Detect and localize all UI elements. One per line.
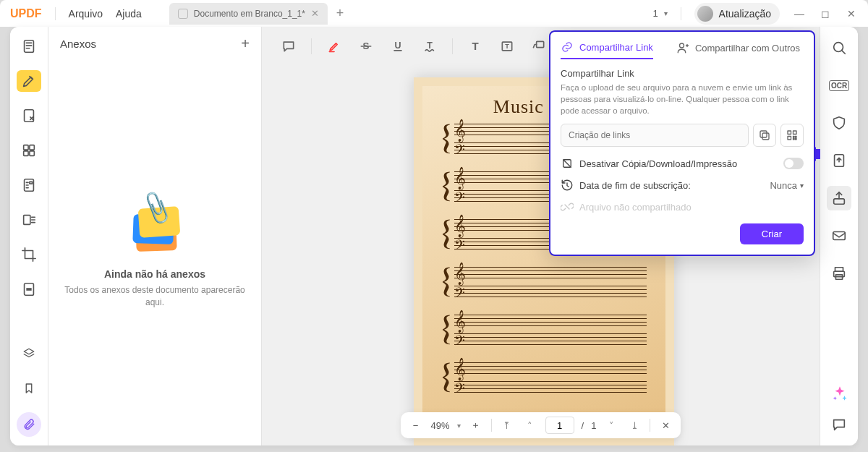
strikethrough-icon: S bbox=[359, 39, 373, 54]
menubar: UPDF Arquivo Ajuda Documento em Branco_1… bbox=[0, 0, 868, 27]
empty-title: Ainda não há anexos bbox=[104, 268, 205, 280]
chevron-down-icon: ▾ bbox=[800, 182, 804, 189]
chat-button[interactable] bbox=[827, 412, 851, 437]
ocr-button[interactable]: OCR bbox=[827, 73, 851, 98]
page-input[interactable] bbox=[545, 417, 574, 434]
print-button[interactable] bbox=[827, 261, 851, 286]
organize-icon bbox=[21, 212, 37, 228]
disable-copy-row: Desativar Cópia/Download/Impressão bbox=[561, 157, 804, 170]
email-icon bbox=[831, 228, 847, 244]
ai-assistant-button[interactable] bbox=[827, 382, 852, 406]
document-tab[interactable]: Documento em Branco_1_1* ✕ bbox=[169, 3, 328, 25]
annotate-button[interactable] bbox=[17, 70, 41, 92]
menubar-separator bbox=[681, 7, 681, 20]
zoom-in-button[interactable]: ＋ bbox=[468, 419, 484, 432]
menubar-separator bbox=[55, 7, 56, 20]
panel-body: 📎 Ainda não há anexos Todos os anexos de… bbox=[48, 61, 261, 445]
email-button[interactable] bbox=[827, 223, 851, 248]
prev-page-button[interactable]: ˄ bbox=[522, 420, 538, 431]
share-link-tab[interactable]: Compartilhar Link bbox=[561, 40, 653, 59]
reader-mode-button[interactable] bbox=[17, 35, 41, 57]
zoom-out-button[interactable]: − bbox=[408, 420, 424, 431]
add-attachment-button[interactable]: + bbox=[241, 35, 250, 52]
document-area: S U T T T Music Sheet bbox=[262, 27, 820, 445]
create-link-button[interactable]: Criar bbox=[740, 223, 804, 244]
app-logo: UPDF bbox=[10, 7, 42, 20]
next-page-button[interactable]: ˅ bbox=[603, 420, 619, 431]
user-label: Atualização bbox=[719, 8, 771, 20]
export-button[interactable] bbox=[827, 148, 851, 173]
share-link-tab-label: Compartilhar Link bbox=[579, 42, 653, 53]
thumbnails-icon bbox=[21, 142, 37, 158]
share-link-input[interactable] bbox=[561, 124, 749, 147]
text-button[interactable]: T bbox=[463, 34, 488, 59]
svg-point-20 bbox=[679, 43, 684, 48]
share-tabs: Compartilhar Link Compartilhar com Outro… bbox=[561, 40, 804, 59]
close-icon[interactable]: ✕ bbox=[311, 8, 319, 19]
user-chip[interactable]: Atualização bbox=[694, 3, 780, 25]
comment-button[interactable] bbox=[276, 34, 301, 59]
minimize-button[interactable]: — bbox=[793, 8, 806, 20]
zoom-level[interactable]: 49% bbox=[431, 420, 450, 431]
maximize-button[interactable]: ◻ bbox=[819, 8, 832, 20]
disable-copy-toggle[interactable] bbox=[783, 158, 804, 169]
crop-icon bbox=[21, 247, 37, 263]
svg-text:U: U bbox=[394, 40, 401, 51]
doc-counter-value: 1 bbox=[652, 8, 658, 19]
svg-rect-7 bbox=[30, 182, 33, 184]
organize-pages-button[interactable] bbox=[17, 209, 41, 231]
highlight-button[interactable] bbox=[322, 34, 346, 59]
chevron-down-icon[interactable]: ▾ bbox=[457, 422, 461, 430]
svg-rect-23 bbox=[788, 131, 791, 135]
form-icon bbox=[21, 177, 37, 193]
textbox-button[interactable]: T bbox=[495, 34, 519, 59]
menu-file[interactable]: Arquivo bbox=[69, 8, 103, 20]
expiry-value-dropdown[interactable]: Nunca ▾ bbox=[770, 180, 804, 191]
share-title: Compartilhar Link bbox=[561, 68, 804, 79]
svg-rect-31 bbox=[835, 268, 843, 272]
no-copy-icon bbox=[561, 157, 574, 170]
close-window-button[interactable]: ✕ bbox=[845, 8, 858, 20]
redact-icon bbox=[21, 281, 37, 297]
first-page-button[interactable]: ⤒ bbox=[499, 420, 515, 431]
page-thumbnails-button[interactable] bbox=[17, 140, 41, 161]
expiry-label: Data de fim de subscrição: bbox=[579, 180, 691, 191]
search-button[interactable] bbox=[827, 35, 851, 60]
attachments-panel: Anexos + 📎 Ainda não há anexos Todos os … bbox=[48, 27, 262, 445]
zoom-bar: − 49% ▾ ＋ ⤒ ˄ / 1 ˅ ⤓ ✕ bbox=[401, 412, 681, 438]
layers-icon bbox=[22, 347, 35, 360]
export-icon bbox=[831, 153, 847, 169]
underline-button[interactable]: U bbox=[386, 34, 410, 59]
underline-icon: U bbox=[391, 39, 405, 54]
svg-rect-19 bbox=[537, 41, 544, 47]
doc-counter[interactable]: 1 ▾ bbox=[652, 8, 667, 19]
copy-link-button[interactable] bbox=[753, 124, 776, 147]
tabstrip: Documento em Branco_1_1* ✕ + bbox=[169, 3, 348, 25]
print-icon bbox=[831, 265, 847, 281]
svg-rect-5 bbox=[30, 151, 34, 155]
qr-button[interactable] bbox=[780, 124, 804, 147]
bookmark-icon bbox=[22, 382, 35, 395]
zoom-separator bbox=[491, 419, 492, 432]
forms-button[interactable] bbox=[17, 174, 41, 196]
left-tool-rail bbox=[10, 27, 48, 445]
highlighter-icon bbox=[21, 73, 37, 89]
layers-button[interactable] bbox=[17, 343, 41, 364]
menu-help[interactable]: Ajuda bbox=[116, 8, 142, 20]
zoom-separator bbox=[650, 419, 650, 432]
attachments-button[interactable] bbox=[17, 412, 41, 437]
last-page-button[interactable]: ⤓ bbox=[626, 420, 642, 431]
svg-rect-24 bbox=[793, 131, 797, 135]
close-zoombar-button[interactable]: ✕ bbox=[658, 420, 673, 431]
strikethrough-button[interactable]: S bbox=[354, 34, 378, 59]
crop-button[interactable] bbox=[17, 244, 41, 265]
edit-text-button[interactable] bbox=[17, 105, 41, 127]
share-others-tab[interactable]: Compartilhar com Outros bbox=[676, 41, 800, 59]
add-tab-button[interactable]: + bbox=[332, 6, 348, 22]
share-button[interactable] bbox=[827, 186, 851, 210]
squiggly-button[interactable]: T bbox=[417, 34, 442, 59]
redact-button[interactable] bbox=[17, 278, 41, 300]
callout-button[interactable] bbox=[527, 34, 551, 59]
bookmark-button[interactable] bbox=[17, 378, 41, 399]
protect-button[interactable] bbox=[827, 111, 851, 135]
